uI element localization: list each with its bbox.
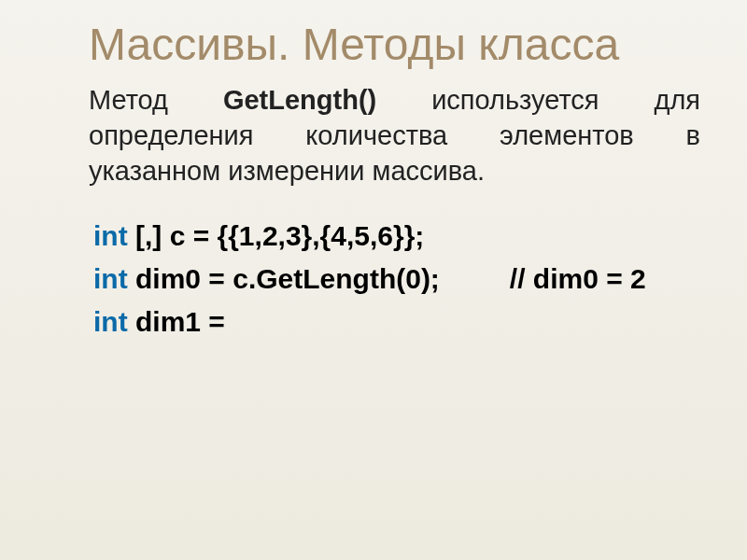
slide-title: Массивы. Методы класса (89, 19, 700, 70)
code-line-3: int dim1 = (93, 302, 700, 342)
keyword-int: int (93, 263, 128, 294)
code-line-2: int dim0 = c.GetLength(0); // dim0 = 2 (93, 259, 700, 299)
keyword-int: int (93, 220, 128, 251)
code-line-1: int [,] c = {{1,2,3},{4,5,6}}; (93, 217, 700, 256)
keyword-int: int (93, 306, 128, 337)
description-method-name: GetLength() (223, 85, 376, 115)
code-line-2-rest: dim0 = c.GetLength(0); // dim0 = 2 (128, 263, 646, 294)
code-line-3-rest: dim1 = (128, 306, 225, 337)
code-line-1-rest: [,] c = {{1,2,3},{4,5,6}}; (128, 220, 425, 251)
code-block: int [,] c = {{1,2,3},{4,5,6}}; int dim0 … (89, 217, 700, 342)
slide-description: Метод GetLength() используется для опред… (89, 83, 700, 189)
description-pre: Метод (89, 85, 223, 115)
